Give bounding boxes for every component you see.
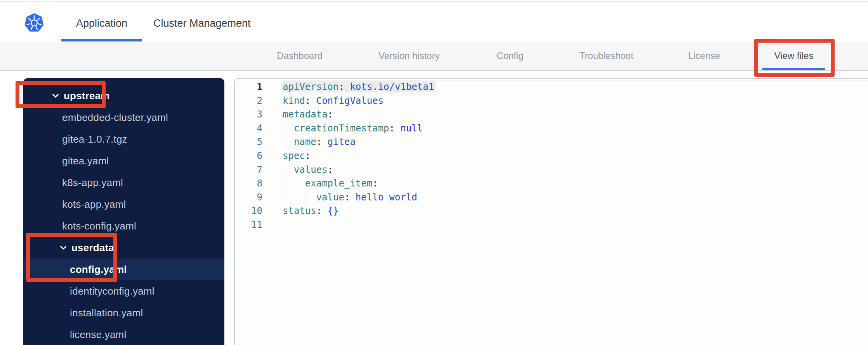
code-text: kind: ConfigValues bbox=[283, 94, 384, 108]
gutter-gap bbox=[262, 108, 283, 122]
code-text: value: hello world bbox=[316, 191, 417, 205]
subnav-tab-view-files[interactable]: View files bbox=[774, 41, 814, 70]
tree-file-license-yaml[interactable]: license.yaml bbox=[23, 324, 224, 345]
code-line-1: 1apiVersion: kots.io/v1beta1 bbox=[235, 80, 868, 94]
active-subnav-underline bbox=[762, 68, 825, 70]
line-number: 10 bbox=[235, 204, 262, 218]
subnav-tab-label: Dashboard bbox=[277, 50, 322, 61]
tree-folder-userdata[interactable]: userdata bbox=[23, 237, 224, 259]
indent-guide bbox=[305, 191, 316, 205]
file-name: embedded-cluster.yaml bbox=[62, 112, 168, 124]
code-line-2: 2kind: ConfigValues bbox=[235, 94, 868, 108]
tree-file-gitea-1-0-7-tgz[interactable]: gitea-1.0.7.tgz bbox=[23, 128, 224, 150]
subnav-tab-version-history[interactable]: Version history bbox=[378, 41, 439, 70]
tree-file-kots-config-yaml[interactable]: kots-config.yaml bbox=[23, 215, 224, 237]
line-number: 8 bbox=[235, 177, 262, 191]
code-text: metadata: bbox=[283, 108, 333, 122]
indent-guide bbox=[283, 191, 294, 205]
code-line-8: 8example_item: bbox=[235, 177, 868, 191]
tree-file-installation-yaml[interactable]: installation.yaml bbox=[23, 302, 224, 324]
folder-name: upstream bbox=[64, 90, 110, 102]
subnav-tab-label: Config bbox=[496, 50, 523, 61]
gutter-gap bbox=[262, 94, 283, 108]
code-text: example_item: bbox=[305, 177, 378, 191]
code-text: status: {} bbox=[283, 204, 339, 218]
tree-file-config-yaml[interactable]: config.yaml bbox=[23, 259, 224, 280]
tab-cluster-management[interactable]: Cluster Management bbox=[153, 2, 251, 41]
tree-file-kots-app-yaml[interactable]: kots-app.yaml bbox=[23, 193, 224, 215]
indent-guide bbox=[294, 191, 305, 205]
app-subnav: DashboardVersion historyConfigTroublesho… bbox=[0, 41, 868, 71]
gutter-gap bbox=[262, 204, 283, 218]
tree-file-k8s-app-yaml[interactable]: k8s-app.yaml bbox=[23, 172, 224, 193]
kubernetes-logo-icon bbox=[24, 12, 44, 33]
line-number: 3 bbox=[235, 108, 262, 122]
code-line-4: 4creationTimestamp: null bbox=[235, 122, 868, 136]
tab-label: Application bbox=[76, 17, 127, 29]
tree-file-embedded-cluster-yaml[interactable]: embedded-cluster.yaml bbox=[23, 107, 224, 128]
subnav-tab-license[interactable]: License bbox=[688, 41, 720, 70]
line-number: 9 bbox=[235, 191, 262, 205]
app-header: ApplicationCluster Management bbox=[0, 2, 868, 41]
kots-admin-console: ApplicationCluster Management DashboardV… bbox=[0, 0, 868, 345]
file-name: identityconfig.yaml bbox=[70, 285, 155, 297]
file-name: license.yaml bbox=[70, 329, 126, 341]
gutter-gap bbox=[262, 218, 283, 232]
line-number: 7 bbox=[235, 163, 262, 177]
indent-guide bbox=[294, 177, 305, 191]
file-name: k8s-app.yaml bbox=[62, 177, 123, 189]
subnav-tab-label: Version history bbox=[378, 50, 439, 61]
file-name: installation.yaml bbox=[70, 307, 143, 319]
code-text: spec: bbox=[283, 149, 311, 163]
subnav-tab-config[interactable]: Config bbox=[496, 41, 523, 70]
tree-file-identityconfig-yaml[interactable]: identityconfig.yaml bbox=[23, 280, 224, 302]
file-name: kots-app.yaml bbox=[62, 198, 126, 210]
file-name: config.yaml bbox=[70, 264, 127, 276]
code-line-3: 3metadata: bbox=[235, 108, 868, 122]
file-name: kots-config.yaml bbox=[62, 220, 136, 232]
folder-name: userdata bbox=[71, 242, 114, 254]
chevron-down-icon bbox=[51, 91, 60, 100]
code-text: creationTimestamp: null bbox=[294, 122, 423, 136]
code-line-5: 5name: gitea bbox=[235, 135, 868, 149]
code-line-6: 6spec: bbox=[235, 149, 868, 163]
line-number: 2 bbox=[235, 94, 262, 108]
line-number: 11 bbox=[235, 218, 262, 232]
file-name: gitea-1.0.7.tgz bbox=[62, 133, 127, 145]
code-line-9: 9value: hello world bbox=[235, 191, 868, 205]
line-number: 5 bbox=[235, 135, 262, 149]
code-editor[interactable]: 1apiVersion: kots.io/v1beta12kind: Confi… bbox=[234, 78, 868, 345]
indent-guide bbox=[283, 163, 294, 177]
tab-label: Cluster Management bbox=[153, 17, 251, 29]
tab-application[interactable]: Application bbox=[61, 2, 142, 41]
line-number: 1 bbox=[235, 80, 262, 94]
subnav-tab-label: License bbox=[688, 50, 720, 61]
code-line-11: 11 bbox=[235, 218, 868, 232]
file-name: gitea.yaml bbox=[62, 155, 109, 167]
subnav-tab-label: Troubleshoot bbox=[579, 50, 633, 61]
code-text: apiVersion: kots.io/v1beta1 bbox=[283, 80, 436, 94]
tree-folder-upstream[interactable]: upstream bbox=[23, 85, 224, 107]
gutter-gap bbox=[262, 177, 283, 191]
selected-text: apiVersion: kots.io/v1beta1 bbox=[283, 81, 436, 92]
gutter-gap bbox=[262, 80, 283, 94]
line-number: 6 bbox=[235, 149, 262, 163]
subnav-tab-dashboard[interactable]: Dashboard bbox=[277, 41, 322, 70]
chevron-down-icon bbox=[59, 243, 68, 252]
subnav-tab-troubleshoot[interactable]: Troubleshoot bbox=[579, 41, 633, 70]
line-number: 4 bbox=[235, 122, 262, 136]
indent-guide bbox=[283, 177, 294, 191]
code-line-7: 7values: bbox=[235, 163, 868, 177]
gutter-gap bbox=[262, 149, 283, 163]
code-text: name: gitea bbox=[294, 135, 356, 149]
tree-file-gitea-yaml[interactable]: gitea.yaml bbox=[23, 150, 224, 172]
gutter-gap bbox=[262, 135, 283, 149]
code-text: values: bbox=[294, 163, 333, 177]
gutter-gap bbox=[262, 191, 283, 205]
gutter-gap bbox=[262, 163, 283, 177]
indent-guide bbox=[283, 135, 294, 149]
code-line-10: 10status: {} bbox=[235, 204, 868, 218]
active-tab-underline bbox=[61, 39, 142, 41]
file-tree-sidebar: upstreamembedded-cluster.yamlgitea-1.0.7… bbox=[23, 78, 224, 345]
indent-guide bbox=[283, 122, 294, 136]
